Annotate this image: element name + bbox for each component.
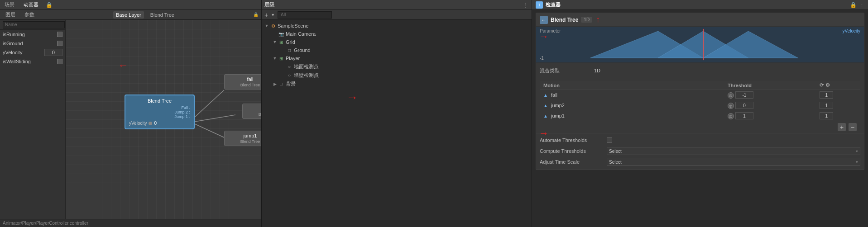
field-label-blend-type: 混合类型 (540, 67, 594, 74)
animator-content: + ▼ isRunning isGround yVelocity isWallS… (0, 20, 261, 219)
hierarchy-item-grid[interactable]: ▼ ⊞ Grid (262, 38, 532, 46)
hierarchy-title: 层级 (264, 1, 274, 8)
motion-node-fall-sub: Blend Tree (228, 83, 261, 87)
param-item-isground: isGround (0, 39, 65, 48)
th-settings-icon: ⚙ (825, 82, 830, 88)
jump1-value-input[interactable] (820, 112, 833, 119)
inspector-header: i 检查器 🔒 ⋮ (532, 0, 868, 10)
motion-row-jump1: ▲ jump1 ◎ (540, 111, 860, 121)
groundcheck-icon: ○ (286, 64, 293, 70)
motion-node-fall-title: fall (228, 76, 261, 82)
compute-thresholds-select[interactable]: Select (607, 147, 860, 155)
th-motion: Motion (540, 81, 724, 90)
blend-tree-node-footer: yVelocity 0 (129, 121, 190, 126)
jump1-circle-btn[interactable]: ◎ (728, 113, 734, 119)
graph-area[interactable]: Blend Tree Fall : Jump 2 : Jump 1 : yVel… (66, 20, 261, 219)
fall-value-input[interactable] (820, 91, 833, 99)
params-search-input[interactable] (3, 21, 65, 28)
inspector-fields: 混合类型 1D (536, 63, 864, 79)
player-icon: ⊞ (278, 55, 284, 61)
adjust-time-scale-row: Adjust Time Scale Select (540, 157, 860, 167)
jump1-threshold-input[interactable] (735, 112, 753, 119)
grid-icon: ⊞ (278, 39, 284, 45)
motion-row-fall: ▲ fall ◎ (540, 90, 860, 100)
animator-scene-tab[interactable]: 场景 (3, 0, 16, 9)
animator-lock2-icon[interactable]: 🔒 (253, 12, 259, 17)
inspector-title: 检查器 (546, 1, 561, 8)
hierarchy-panel: 层级 ⋮ + ▼ ▼ ⚙ SampleScene 📷 Main Camera ▼… (262, 0, 532, 227)
hierarchy-item-ground[interactable]: □ Ground (262, 46, 532, 54)
jump2-circle-btn[interactable]: ◎ (728, 103, 734, 109)
hierarchy-name-bg: 背景 (286, 80, 296, 87)
param-name-isrunning: isRunning (3, 32, 55, 37)
hierarchy-header: 层级 ⋮ (262, 0, 532, 10)
hierarchy-item-samplescene[interactable]: ▼ ⚙ SampleScene (262, 22, 532, 30)
table-remove-button[interactable]: − (849, 123, 857, 131)
animator-lock-icon[interactable]: 🔒 (46, 2, 53, 8)
back-arrow-icon[interactable]: ← (540, 16, 548, 24)
param-checkbox-iswallsliding[interactable] (57, 59, 62, 64)
wallcheck-icon: ○ (286, 72, 293, 79)
hierarchy-add-button[interactable]: + (264, 11, 268, 19)
param-value-yvelocity[interactable] (44, 49, 62, 56)
inspector-lock-icon[interactable]: 🔒 (850, 2, 857, 8)
jump2-motion-icon: ▲ (543, 103, 548, 108)
blend-tree-param-label: yVelocity (129, 121, 147, 126)
hierarchy-more-icon[interactable]: ⋮ (522, 1, 529, 9)
fall-circle-btn[interactable]: ◎ (728, 92, 734, 99)
params-header: + ▼ (0, 20, 65, 30)
hierarchy-item-player[interactable]: ▼ ⊞ Player (262, 54, 532, 62)
motion-node-jump1[interactable]: jump1 Blend Tree (224, 131, 261, 146)
motion-node-jump1-title: jump1 (228, 133, 261, 138)
motion-table-container: Motion Threshold ⟳ ⚙ (536, 81, 864, 133)
jump2-threshold-input[interactable] (735, 102, 753, 109)
hierarchy-item-maincamera[interactable]: 📷 Main Camera (262, 30, 532, 38)
motion-node-jump2[interactable]: jump2 Blend Tree (242, 104, 261, 119)
compute-thresholds-wrapper: Select (607, 147, 860, 155)
animator-header: 场景 动画器 🔒 (0, 0, 261, 10)
param-checkbox-isground[interactable] (57, 41, 62, 46)
fall-threshold-input[interactable] (735, 91, 753, 99)
hierarchy-search-input[interactable] (278, 11, 332, 19)
inspector-content: ← Blend Tree 1D ↑ Parameter yVelocity (532, 10, 868, 227)
base-layer-tab[interactable]: Base Layer (113, 11, 144, 19)
hierarchy-arrow-samplescene: ▼ (264, 24, 270, 28)
layers-tab[interactable]: 图层 (3, 10, 18, 19)
field-row-blend-type: 混合类型 1D (540, 66, 860, 76)
hierarchy-name-grid: Grid (286, 39, 295, 45)
table-action-row: + − (540, 121, 860, 133)
jump2-value-input[interactable] (820, 102, 833, 109)
hierarchy-name-wallcheck: 墙壁检测点 (294, 72, 319, 79)
table-add-button[interactable]: + (838, 123, 846, 131)
hierarchy-name-maincamera: Main Camera (286, 31, 316, 37)
adjust-time-scale-label: Adjust Time Scale (540, 159, 603, 165)
field-value-blend-type: 1D (594, 68, 860, 73)
red-arrow-blend-type: ↑ (596, 15, 600, 24)
animator-panel: 场景 动画器 🔒 图层 参数 Base Layer Blend Tree 🔒 +… (0, 0, 262, 227)
fall-motion-name: fall (551, 92, 557, 98)
blend-tree-main-node[interactable]: Blend Tree Fall : Jump 2 : Jump 1 : yVel… (125, 95, 195, 129)
blend-tree-slider-dot[interactable] (149, 122, 152, 125)
th-threshold: Threshold (724, 81, 816, 90)
component-name: Blend Tree (551, 17, 578, 23)
hierarchy-item-bg[interactable]: ▶ □ 背景 (262, 80, 532, 88)
hierarchy-item-groundcheck[interactable]: ○ 地面检测点 (262, 62, 532, 71)
compute-thresholds-row: Compute Thresholds Select (540, 146, 860, 156)
motion-node-fall[interactable]: fall Blend Tree (224, 74, 261, 90)
animator-tab[interactable]: 动画器 (22, 0, 40, 9)
inspector-more-icon[interactable]: ⋮ (859, 2, 864, 8)
th-icons-col: ⟳ ⚙ (816, 81, 860, 90)
hierarchy-add-dropdown[interactable]: ▼ (271, 13, 275, 17)
params-tab[interactable]: 参数 (22, 10, 37, 19)
hierarchy-toolbar: + ▼ (262, 10, 532, 20)
blend-tree-tab[interactable]: Blend Tree (148, 11, 177, 19)
param-checkbox-isrunning[interactable] (57, 32, 62, 37)
param-name-iswallsliding: isWallSliding (3, 59, 55, 64)
param-item-yvelocity: yVelocity (0, 48, 65, 57)
preview-min-label: -1 (540, 56, 544, 61)
hierarchy-item-wallcheck[interactable]: ○ 墙壁检测点 (262, 71, 532, 80)
compute-thresholds-label: Compute Thresholds (540, 148, 603, 154)
jump2-motion-name: jump2 (551, 103, 565, 108)
adjust-time-scale-select[interactable]: Select (607, 158, 860, 166)
automate-thresholds-checkbox[interactable] (607, 137, 612, 143)
